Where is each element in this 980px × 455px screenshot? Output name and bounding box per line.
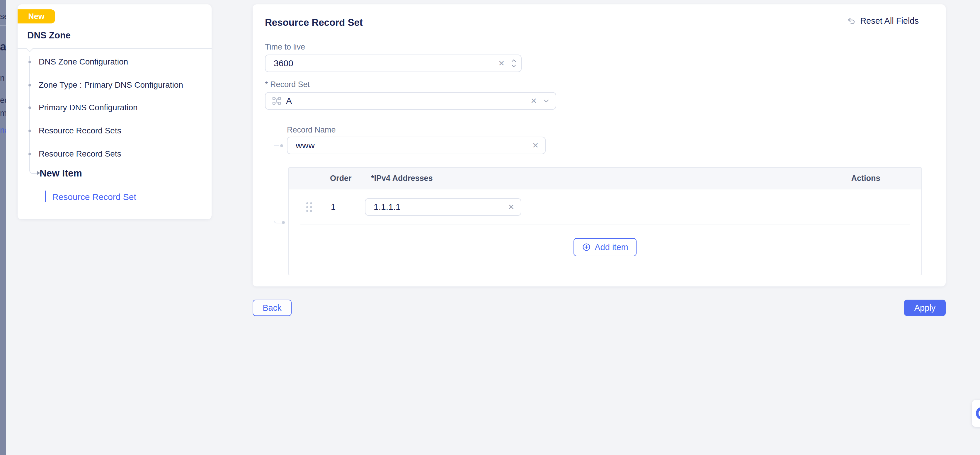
reset-all-fields-button[interactable]: Reset All Fields	[846, 16, 919, 26]
record-type-icon	[272, 96, 282, 105]
sidebar-item-new-item[interactable]: New Item	[40, 168, 82, 179]
tree-dot	[282, 221, 285, 224]
back-button[interactable]: Back	[253, 300, 291, 316]
order-column-header: Order	[324, 174, 365, 183]
record-set-value: A	[286, 96, 530, 106]
undo-icon	[846, 16, 856, 26]
reset-all-fields-label: Reset All Fields	[860, 16, 919, 26]
clear-icon[interactable]: ✕	[532, 142, 539, 149]
underlay-strip: se ag n l ed m na	[0, 0, 6, 455]
bullet-icon	[29, 84, 31, 86]
underlay-text-fragment: se	[0, 12, 6, 21]
sidebar-item-zone-type[interactable]: Zone Type : Primary DNS Configuration	[29, 79, 183, 91]
tree-dot	[280, 144, 283, 147]
new-badge: New	[18, 10, 55, 24]
record-name-input[interactable]: www ✕	[287, 137, 546, 154]
record-set-label: * Record Set	[265, 80, 310, 89]
clear-icon[interactable]: ✕	[530, 97, 537, 105]
ipv4-address-value: 1.1.1.1	[374, 202, 508, 212]
tree-elbow	[274, 213, 282, 223]
active-indicator-bar	[45, 191, 46, 202]
underlay-text-fragment: m	[0, 108, 6, 118]
sidebar-item-label: Resource Record Sets	[39, 149, 121, 159]
ipv4-column-header: *IPv4 Addresses	[365, 174, 810, 183]
plus-circle-icon	[582, 242, 591, 252]
ttl-label: Time to live	[265, 43, 305, 52]
form-card: Resource Record Set Reset All Fields Tim…	[253, 5, 946, 286]
record-set-select[interactable]: A ✕	[265, 92, 556, 110]
sidebar-item-resource-record-sets-2[interactable]: Resource Record Sets	[29, 148, 121, 160]
table-row: 1 1.1.1.1 ✕	[289, 189, 921, 224]
bullet-icon	[29, 130, 31, 132]
sidebar-title: DNS Zone	[27, 30, 71, 41]
underlay-text-fragment: ag	[0, 40, 6, 53]
underlay-text-fragment: ed	[0, 95, 6, 105]
actions-column-header: Actions	[810, 174, 921, 183]
chevron-up-down-icon	[511, 58, 516, 68]
sidebar-card: New DNS Zone DNS Zone Configuration Zone…	[18, 5, 212, 219]
underlay-divider	[0, 25, 6, 26]
ipv4-table: Order *IPv4 Addresses Actions 1 1.1.1.1 …	[288, 167, 922, 275]
page: se ag n l ed m na New DNS Zone DNS Zone …	[0, 0, 980, 455]
form-title: Resource Record Set	[265, 17, 363, 28]
clear-icon[interactable]: ✕	[508, 203, 514, 211]
bullet-icon	[29, 153, 31, 155]
underlay-text-fragment: n l	[0, 73, 6, 83]
sidebar-item-label: Resource Record Sets	[39, 126, 121, 135]
underlay-link-fragment: na	[0, 126, 6, 135]
tree-rail	[274, 110, 274, 213]
add-item-label: Add item	[595, 242, 628, 252]
sidebar-item-dns-zone-configuration[interactable]: DNS Zone Configuration	[29, 56, 128, 68]
chevron-down-icon[interactable]	[543, 99, 549, 103]
widget-logo-icon	[976, 407, 980, 420]
sidebar-divider	[18, 48, 212, 49]
tree-branch	[274, 145, 279, 146]
bullet-icon	[29, 107, 31, 109]
clear-icon[interactable]: ✕	[498, 59, 505, 67]
add-item-button[interactable]: Add item	[574, 238, 636, 256]
sidebar-item-label: Zone Type : Primary DNS Configuration	[39, 80, 183, 90]
row-divider	[301, 224, 910, 225]
ttl-input[interactable]: 3600 ✕	[265, 54, 522, 72]
table-header-row: Order *IPv4 Addresses Actions	[289, 168, 921, 189]
number-stepper[interactable]	[511, 58, 516, 68]
record-name-value: www	[296, 140, 532, 150]
sidebar-item-label: DNS Zone Configuration	[39, 57, 128, 67]
order-cell: 1	[324, 202, 365, 212]
ipv4-address-input[interactable]: 1.1.1.1 ✕	[365, 198, 521, 216]
record-name-label: Record Name	[287, 126, 336, 135]
drag-handle-icon[interactable]	[306, 202, 312, 212]
sidebar-item-resource-record-sets-1[interactable]: Resource Record Sets	[29, 125, 121, 137]
sidebar-link-resource-record-set[interactable]: Resource Record Set	[52, 192, 136, 202]
sidebar-item-label: Primary DNS Configuration	[39, 103, 138, 112]
floating-widget[interactable]	[972, 400, 980, 427]
collapse-notch-icon[interactable]	[26, 46, 33, 52]
ttl-value: 3600	[274, 58, 498, 68]
bullet-icon	[29, 61, 31, 63]
sidebar-item-primary-dns-configuration[interactable]: Primary DNS Configuration	[29, 102, 138, 113]
apply-button[interactable]: Apply	[904, 300, 946, 316]
